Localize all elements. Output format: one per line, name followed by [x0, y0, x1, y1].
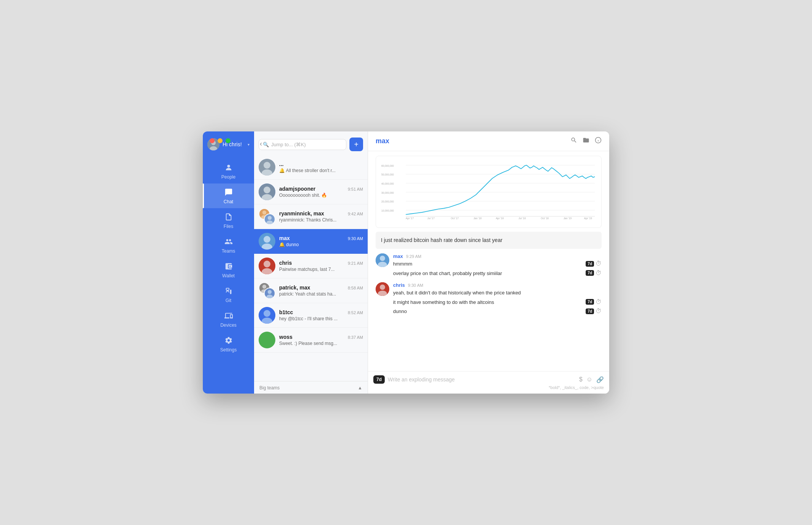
link-icon[interactable]: 🔗	[596, 376, 604, 383]
minimize-button[interactable]	[218, 138, 223, 143]
chat-item-stroller[interactable]: ... 🔔 All these stroller don't r...	[254, 155, 368, 180]
sidebar-item-label-git: Git	[226, 298, 231, 303]
chat-item-patrick-max[interactable]: patrick, max 8:58 AM patrick: Yeah chat …	[254, 278, 368, 303]
chat-name: ryanminnick, max	[279, 210, 324, 217]
chat-header: max	[368, 131, 609, 151]
close-button[interactable]	[210, 138, 215, 143]
svg-point-23	[262, 285, 266, 288]
message-input[interactable]	[388, 376, 576, 383]
big-teams-section[interactable]: Big teams ▲	[254, 381, 368, 394]
chat-avatar	[259, 183, 275, 200]
chat-name: patrick, max	[279, 285, 310, 291]
devices-icon	[224, 312, 233, 321]
chat-icon	[224, 188, 233, 198]
chat-avatar	[259, 233, 275, 250]
chat-item-chris[interactable]: chris 9:21 AM Pairwise matchups, last 7.…	[254, 254, 368, 278]
svg-point-11	[262, 210, 266, 214]
msg-time: 9:29 AM	[406, 254, 421, 259]
msg-content-chris: chris 9:30 AM yeah, but it didn't do tha…	[393, 282, 602, 316]
chevron-down-icon: ▾	[248, 142, 250, 147]
chat-item-b1tcc[interactable]: b1tcc 8:52 AM hey @b1tcc - I'll share th…	[254, 303, 368, 328]
svg-text:Jul '18: Jul '18	[518, 217, 526, 220]
svg-point-26	[268, 290, 272, 294]
timer-icon: ⏱	[596, 308, 602, 315]
back-button[interactable]: ‹	[260, 140, 262, 148]
msg-avatar-chris	[376, 282, 389, 296]
folder-icon[interactable]	[583, 137, 589, 145]
sidebar-item-chat[interactable]: Chat	[203, 183, 254, 208]
svg-text:Oct '18: Oct '18	[541, 217, 549, 220]
section-label-text: Big teams	[259, 385, 280, 391]
msg-avatar-max	[376, 253, 389, 267]
svg-text:Apr '19: Apr '19	[584, 217, 592, 220]
input-icons: $ ☺ 🔗	[579, 376, 604, 383]
msg-text: dunno	[393, 308, 407, 315]
msg-author: chris	[393, 282, 405, 288]
msg-timer-badge: 7d	[586, 308, 594, 314]
chat-time: 9:30 AM	[348, 236, 363, 241]
search-box[interactable]: 🔍 Jump to... (⌘K)	[259, 139, 346, 150]
svg-text:40,000,000: 40,000,000	[381, 182, 394, 185]
chat-list: ... 🔔 All these stroller don't r... adam…	[254, 155, 368, 381]
sidebar-item-git[interactable]: Git	[203, 282, 254, 307]
dollar-icon[interactable]: $	[579, 376, 583, 383]
chat-title: max	[376, 137, 389, 145]
timer-icon: ⏱	[596, 299, 602, 305]
chat-time: 8:52 AM	[348, 310, 363, 315]
chat-info: max 9:30 AM 🔔 dunno	[279, 235, 363, 247]
group-avatar	[259, 208, 275, 225]
sidebar-item-files[interactable]: Files	[203, 208, 254, 233]
sidebar-item-teams[interactable]: Teams	[203, 233, 254, 258]
sidebar-item-label-people: People	[221, 174, 235, 180]
search-placeholder: Jump to... (⌘K)	[271, 142, 306, 147]
msg-line: dunno 7d ⏱	[393, 307, 602, 316]
chat-item-woss[interactable]: woss 8:37 AM Sweet. :) Please send msg..…	[254, 328, 368, 353]
chat-time: 9:42 AM	[348, 212, 363, 216]
svg-point-5	[264, 162, 270, 169]
svg-point-60	[380, 285, 385, 290]
msg-time: 9:30 AM	[408, 283, 423, 288]
msg-text: yeah, but it didn't do that historically…	[393, 289, 521, 297]
svg-point-8	[264, 187, 270, 193]
search-icon[interactable]	[570, 137, 577, 145]
maximize-button[interactable]	[226, 138, 231, 143]
chat-item-ryanminnick-max[interactable]: ryanminnick, max 9:42 AM ryanminnick: Th…	[254, 204, 368, 229]
chart-message-box: I just realized bitcoin hash rate down s…	[376, 232, 602, 249]
message-row-chris: chris 9:30 AM yeah, but it didn't do tha…	[376, 282, 602, 316]
chart-message-text: I just realized bitcoin hash rate down s…	[381, 237, 502, 243]
emoji-icon[interactable]: ☺	[586, 376, 592, 383]
chat-item-adamjspooner[interactable]: adamjspooner 9:51 AM Oooooooooooh shit. …	[254, 180, 368, 204]
git-icon	[224, 287, 233, 296]
sidebar-item-settings[interactable]: Settings	[203, 332, 254, 356]
sidebar-item-people[interactable]: People	[203, 159, 254, 183]
people-icon	[224, 163, 233, 173]
sidebar-item-label-settings: Settings	[220, 347, 237, 353]
settings-icon	[224, 336, 233, 346]
compose-button[interactable]: +	[349, 138, 363, 151]
chat-item-max[interactable]: max 9:30 AM 🔔 dunno	[254, 229, 368, 254]
sidebar-item-label-files: Files	[224, 224, 233, 229]
svg-point-17	[264, 236, 270, 243]
svg-text:Jul '17: Jul '17	[427, 217, 434, 220]
msg-line: it might have something to do with the a…	[393, 297, 602, 307]
msg-actions: 7d ⏱	[586, 260, 602, 267]
msg-actions: 7d ⏱	[586, 270, 602, 277]
svg-text:10,000,000: 10,000,000	[381, 209, 394, 212]
info-icon[interactable]	[595, 137, 602, 145]
msg-text: overlay price on that chart, probably pr…	[393, 270, 502, 277]
chat-preview: Oooooooooooh shit. 🔥	[279, 193, 363, 198]
chat-name: max	[279, 235, 290, 241]
sidebar-item-wallet[interactable]: Wallet	[203, 258, 254, 282]
chat-preview: Sweet. :) Please send msg...	[279, 341, 363, 346]
sidebar-item-devices[interactable]: Devices	[203, 307, 254, 332]
chat-time: 9:51 AM	[348, 187, 363, 191]
svg-text:50,000,000: 50,000,000	[381, 173, 394, 176]
chat-info: patrick, max 8:58 AM patrick: Yeah chat …	[279, 285, 363, 297]
format-hint: *bold*, _italics_, code, >quote	[373, 384, 604, 390]
files-icon	[224, 213, 233, 222]
msg-actions: 7d ⏱	[586, 308, 602, 315]
sidebar-user-header[interactable]: Hi chris! ▾	[203, 131, 254, 156]
svg-point-57	[380, 256, 385, 261]
msg-line: hmmmm 7d ⏱	[393, 259, 602, 269]
exploding-timer-badge[interactable]: 7d	[373, 375, 385, 384]
